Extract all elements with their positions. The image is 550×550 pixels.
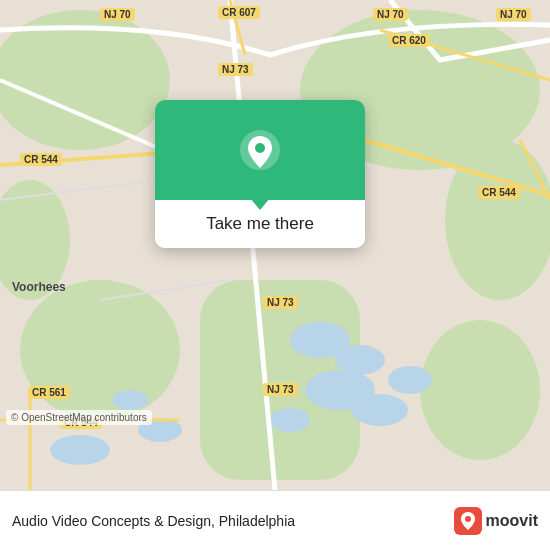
road-label-cr561: CR 561 (28, 386, 70, 399)
road-label-nj70-tr: NJ 70 (373, 8, 408, 21)
bottom-bar: Audio Video Concepts & Design, Philadelp… (0, 490, 550, 550)
place-label-voorhees: Voorhees (12, 280, 66, 294)
svg-point-18 (255, 143, 265, 153)
map-container: NJ 70 NJ 70 NJ 70 CR 607 CR 620 NJ 73 CR… (0, 0, 550, 490)
svg-point-13 (388, 366, 432, 394)
road-label-cr620: CR 620 (388, 34, 430, 47)
svg-point-14 (112, 390, 148, 410)
road-label-nj73-low: NJ 73 (263, 383, 298, 396)
svg-point-3 (445, 140, 550, 300)
moovit-text: moovit (486, 512, 538, 530)
map-pin-icon (236, 126, 284, 174)
svg-point-5 (20, 280, 180, 420)
road-label-cr607: CR 607 (218, 6, 260, 19)
road-label-nj73-top: NJ 73 (218, 63, 253, 76)
svg-point-19 (465, 516, 471, 522)
popup-card: Take me there (155, 100, 365, 248)
moovit-logo: moovit (454, 507, 538, 535)
road-label-nj70-fr: NJ 70 (496, 8, 531, 21)
popup-green-header (155, 100, 365, 200)
svg-point-11 (270, 408, 310, 432)
moovit-icon (454, 507, 482, 535)
place-title: Audio Video Concepts & Design, Philadelp… (12, 513, 454, 529)
svg-point-12 (352, 394, 408, 426)
road-label-cr544-far-right: CR 544 (478, 186, 520, 199)
road-label-nj70-tl: NJ 70 (100, 8, 135, 21)
svg-point-16 (50, 435, 110, 465)
map-attribution: © OpenStreetMap contributors (6, 410, 152, 425)
road-label-nj73-mid: NJ 73 (263, 296, 298, 309)
svg-point-6 (420, 320, 540, 460)
road-label-cr544-left: CR 544 (20, 153, 62, 166)
